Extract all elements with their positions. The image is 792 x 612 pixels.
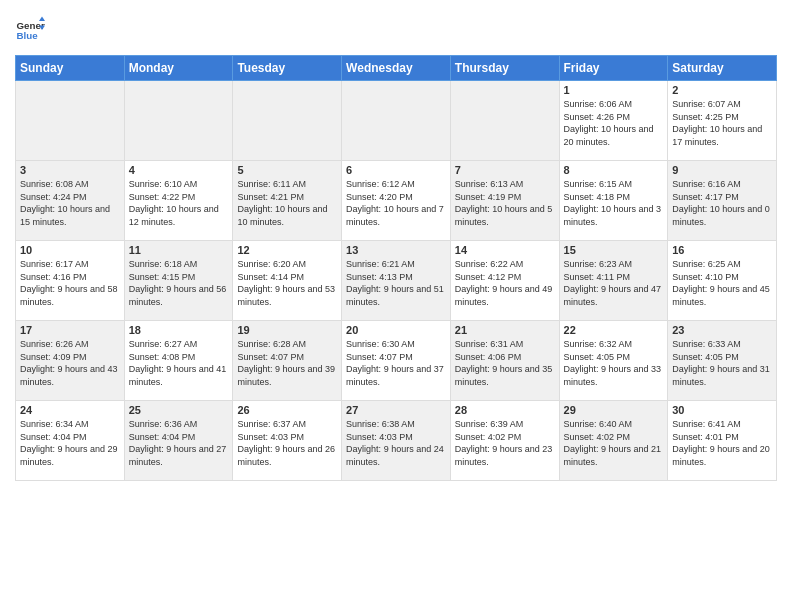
cal-cell-12: 12Sunrise: 6:20 AM Sunset: 4:14 PM Dayli… [233, 241, 342, 321]
day-number: 28 [455, 404, 555, 416]
day-number: 7 [455, 164, 555, 176]
cal-cell-21: 21Sunrise: 6:31 AM Sunset: 4:06 PM Dayli… [450, 321, 559, 401]
logo: General Blue [15, 15, 45, 45]
svg-marker-2 [39, 17, 45, 22]
cal-cell-30: 30Sunrise: 6:41 AM Sunset: 4:01 PM Dayli… [668, 401, 777, 481]
cal-cell-23: 23Sunrise: 6:33 AM Sunset: 4:05 PM Dayli… [668, 321, 777, 401]
day-info: Sunrise: 6:10 AM Sunset: 4:22 PM Dayligh… [129, 178, 229, 228]
day-header-sunday: Sunday [16, 56, 125, 81]
day-info: Sunrise: 6:12 AM Sunset: 4:20 PM Dayligh… [346, 178, 446, 228]
day-info: Sunrise: 6:20 AM Sunset: 4:14 PM Dayligh… [237, 258, 337, 308]
day-number: 2 [672, 84, 772, 96]
day-info: Sunrise: 6:08 AM Sunset: 4:24 PM Dayligh… [20, 178, 120, 228]
cal-cell-empty-4 [450, 81, 559, 161]
cal-cell-6: 6Sunrise: 6:12 AM Sunset: 4:20 PM Daylig… [342, 161, 451, 241]
week-row-1: 1Sunrise: 6:06 AM Sunset: 4:26 PM Daylig… [16, 81, 777, 161]
cal-cell-17: 17Sunrise: 6:26 AM Sunset: 4:09 PM Dayli… [16, 321, 125, 401]
cal-cell-11: 11Sunrise: 6:18 AM Sunset: 4:15 PM Dayli… [124, 241, 233, 321]
week-row-3: 10Sunrise: 6:17 AM Sunset: 4:16 PM Dayli… [16, 241, 777, 321]
cal-cell-10: 10Sunrise: 6:17 AM Sunset: 4:16 PM Dayli… [16, 241, 125, 321]
day-info: Sunrise: 6:11 AM Sunset: 4:21 PM Dayligh… [237, 178, 337, 228]
day-number: 21 [455, 324, 555, 336]
cal-cell-5: 5Sunrise: 6:11 AM Sunset: 4:21 PM Daylig… [233, 161, 342, 241]
day-info: Sunrise: 6:32 AM Sunset: 4:05 PM Dayligh… [564, 338, 664, 388]
day-header-friday: Friday [559, 56, 668, 81]
week-row-4: 17Sunrise: 6:26 AM Sunset: 4:09 PM Dayli… [16, 321, 777, 401]
svg-text:Blue: Blue [17, 30, 39, 41]
day-info: Sunrise: 6:16 AM Sunset: 4:17 PM Dayligh… [672, 178, 772, 228]
day-info: Sunrise: 6:06 AM Sunset: 4:26 PM Dayligh… [564, 98, 664, 148]
day-number: 24 [20, 404, 120, 416]
day-info: Sunrise: 6:33 AM Sunset: 4:05 PM Dayligh… [672, 338, 772, 388]
day-number: 30 [672, 404, 772, 416]
day-info: Sunrise: 6:15 AM Sunset: 4:18 PM Dayligh… [564, 178, 664, 228]
cal-cell-2: 2Sunrise: 6:07 AM Sunset: 4:25 PM Daylig… [668, 81, 777, 161]
day-number: 8 [564, 164, 664, 176]
day-info: Sunrise: 6:22 AM Sunset: 4:12 PM Dayligh… [455, 258, 555, 308]
day-header-saturday: Saturday [668, 56, 777, 81]
svg-text:General: General [17, 20, 46, 31]
day-number: 18 [129, 324, 229, 336]
day-info: Sunrise: 6:21 AM Sunset: 4:13 PM Dayligh… [346, 258, 446, 308]
day-header-tuesday: Tuesday [233, 56, 342, 81]
day-number: 12 [237, 244, 337, 256]
day-number: 5 [237, 164, 337, 176]
day-number: 16 [672, 244, 772, 256]
day-number: 15 [564, 244, 664, 256]
day-number: 29 [564, 404, 664, 416]
day-info: Sunrise: 6:38 AM Sunset: 4:03 PM Dayligh… [346, 418, 446, 468]
day-info: Sunrise: 6:34 AM Sunset: 4:04 PM Dayligh… [20, 418, 120, 468]
day-number: 26 [237, 404, 337, 416]
cal-cell-16: 16Sunrise: 6:25 AM Sunset: 4:10 PM Dayli… [668, 241, 777, 321]
cal-cell-13: 13Sunrise: 6:21 AM Sunset: 4:13 PM Dayli… [342, 241, 451, 321]
day-info: Sunrise: 6:18 AM Sunset: 4:15 PM Dayligh… [129, 258, 229, 308]
day-number: 23 [672, 324, 772, 336]
day-info: Sunrise: 6:40 AM Sunset: 4:02 PM Dayligh… [564, 418, 664, 468]
cal-cell-empty-2 [233, 81, 342, 161]
cal-cell-27: 27Sunrise: 6:38 AM Sunset: 4:03 PM Dayli… [342, 401, 451, 481]
day-info: Sunrise: 6:25 AM Sunset: 4:10 PM Dayligh… [672, 258, 772, 308]
day-info: Sunrise: 6:37 AM Sunset: 4:03 PM Dayligh… [237, 418, 337, 468]
day-number: 20 [346, 324, 446, 336]
cal-cell-empty-3 [342, 81, 451, 161]
cal-cell-4: 4Sunrise: 6:10 AM Sunset: 4:22 PM Daylig… [124, 161, 233, 241]
cal-cell-26: 26Sunrise: 6:37 AM Sunset: 4:03 PM Dayli… [233, 401, 342, 481]
cal-cell-20: 20Sunrise: 6:30 AM Sunset: 4:07 PM Dayli… [342, 321, 451, 401]
cal-cell-14: 14Sunrise: 6:22 AM Sunset: 4:12 PM Dayli… [450, 241, 559, 321]
day-info: Sunrise: 6:23 AM Sunset: 4:11 PM Dayligh… [564, 258, 664, 308]
cal-cell-empty-1 [124, 81, 233, 161]
day-info: Sunrise: 6:07 AM Sunset: 4:25 PM Dayligh… [672, 98, 772, 148]
day-number: 10 [20, 244, 120, 256]
day-number: 22 [564, 324, 664, 336]
cal-cell-9: 9Sunrise: 6:16 AM Sunset: 4:17 PM Daylig… [668, 161, 777, 241]
day-info: Sunrise: 6:13 AM Sunset: 4:19 PM Dayligh… [455, 178, 555, 228]
day-header-thursday: Thursday [450, 56, 559, 81]
day-info: Sunrise: 6:17 AM Sunset: 4:16 PM Dayligh… [20, 258, 120, 308]
cal-cell-18: 18Sunrise: 6:27 AM Sunset: 4:08 PM Dayli… [124, 321, 233, 401]
cal-cell-24: 24Sunrise: 6:34 AM Sunset: 4:04 PM Dayli… [16, 401, 125, 481]
day-number: 11 [129, 244, 229, 256]
day-number: 25 [129, 404, 229, 416]
day-number: 6 [346, 164, 446, 176]
day-info: Sunrise: 6:41 AM Sunset: 4:01 PM Dayligh… [672, 418, 772, 468]
cal-cell-29: 29Sunrise: 6:40 AM Sunset: 4:02 PM Dayli… [559, 401, 668, 481]
day-number: 4 [129, 164, 229, 176]
day-number: 9 [672, 164, 772, 176]
day-number: 27 [346, 404, 446, 416]
page-container: General Blue SundayMondayTuesdayWednesda… [0, 0, 792, 491]
cal-cell-15: 15Sunrise: 6:23 AM Sunset: 4:11 PM Dayli… [559, 241, 668, 321]
cal-cell-25: 25Sunrise: 6:36 AM Sunset: 4:04 PM Dayli… [124, 401, 233, 481]
week-row-5: 24Sunrise: 6:34 AM Sunset: 4:04 PM Dayli… [16, 401, 777, 481]
day-number: 14 [455, 244, 555, 256]
logo-icon: General Blue [15, 15, 45, 45]
cal-cell-3: 3Sunrise: 6:08 AM Sunset: 4:24 PM Daylig… [16, 161, 125, 241]
calendar-table: SundayMondayTuesdayWednesdayThursdayFrid… [15, 55, 777, 481]
day-number: 1 [564, 84, 664, 96]
day-info: Sunrise: 6:36 AM Sunset: 4:04 PM Dayligh… [129, 418, 229, 468]
day-info: Sunrise: 6:30 AM Sunset: 4:07 PM Dayligh… [346, 338, 446, 388]
day-info: Sunrise: 6:28 AM Sunset: 4:07 PM Dayligh… [237, 338, 337, 388]
cal-cell-empty-0 [16, 81, 125, 161]
day-header-wednesday: Wednesday [342, 56, 451, 81]
day-header-monday: Monday [124, 56, 233, 81]
calendar-header-row: SundayMondayTuesdayWednesdayThursdayFrid… [16, 56, 777, 81]
